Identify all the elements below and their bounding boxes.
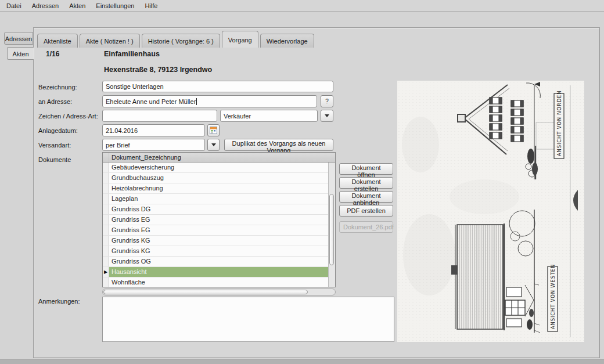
chevron-down-icon: [325, 114, 329, 117]
house-elevation-scan: ANSICHT VON NORDEN: [397, 81, 584, 342]
tab-akte-notizen[interactable]: Akte ( Notizen ! ): [80, 34, 140, 48]
document-name: Heizölabrechnung: [109, 183, 163, 193]
table-row[interactable]: Lageplan: [103, 194, 335, 204]
row-selector: [103, 257, 109, 266]
button-dokument-anbinden[interactable]: Dokument anbinden: [339, 191, 393, 203]
side-tab-group: AdressenAkten: [4, 32, 34, 62]
documents-table-header[interactable]: Dokument_Bezeichnung: [103, 153, 335, 163]
tab-wiedervorlage[interactable]: Wiedervorlage: [260, 34, 314, 48]
row-selector: [103, 163, 109, 172]
menu-item-hilfe[interactable]: Hilfe: [139, 1, 163, 10]
menu-item-adressen[interactable]: Adressen: [27, 1, 64, 10]
document-name: Grundriss DG: [109, 204, 150, 214]
document-name: Grundbuchauszug: [109, 173, 164, 183]
horizontal-scrollbar-thumb[interactable]: [103, 290, 308, 294]
table-horizontal-scrollbar[interactable]: [102, 289, 336, 295]
menu-item-datei[interactable]: Datei: [1, 1, 27, 10]
row-selector: [103, 194, 109, 204]
label-ansicht-von-norden: ANSICHT VON NORDEN: [556, 91, 562, 156]
anlagedatum-label: Anlagedatum:: [38, 127, 78, 134]
application-window: { "menu": { "items": ["Datei", "Adressen…: [0, 0, 604, 364]
document-name: Hausansicht: [109, 267, 147, 277]
north-elevation-label: ANSICHT VON NORDEN: [554, 91, 564, 158]
table-row[interactable]: Gebäudeversicherung: [103, 163, 335, 173]
record-counter: 1/16: [46, 50, 59, 58]
dokumente-label: Dokumente: [38, 156, 71, 163]
document-name: Grundriss EG: [109, 215, 150, 225]
notebook-tab-bar: AktenlisteAkte ( Notizen ! )Historie ( V…: [37, 30, 314, 48]
west-elevation-label: ANSICHT VON WESTEN: [548, 264, 558, 331]
row-selector: [103, 215, 109, 225]
table-row[interactable]: Grundriss DG: [103, 204, 335, 215]
tab-historie-vorgange-6[interactable]: Historie ( Vorgänge: 6 ): [142, 34, 220, 48]
document-name: Grundriss EG: [109, 225, 150, 235]
adresse-help-button[interactable]: ?: [321, 95, 333, 107]
anlagedatum-input[interactable]: [102, 124, 205, 136]
table-row[interactable]: Grundriss KG: [103, 246, 335, 257]
north-elevation-drawing: [458, 82, 555, 179]
vertical-scrollbar-thumb[interactable]: [329, 194, 334, 265]
adresse-label: an Adresse:: [38, 98, 72, 105]
documents-table-body: GebäudeversicherungGrundbuchauszugHeizöl…: [103, 163, 335, 287]
duplikat-vorgang-button[interactable]: Duplikat des Vorgangs als neuen Vorgang: [224, 139, 333, 151]
adressart-combobox[interactable]: Verkäufer: [220, 110, 318, 122]
row-selector: [103, 225, 109, 235]
button-dokument-erstellen[interactable]: Dokument erstellen: [339, 177, 393, 189]
table-vertical-scrollbar[interactable]: [328, 163, 335, 287]
adressart-dropdown-button[interactable]: [321, 110, 333, 122]
documents-table: Dokument_Bezeichnung Gebäudeversicherung…: [102, 152, 336, 287]
table-row[interactable]: Grundbuchauszug: [103, 173, 335, 183]
record-title: Einfamilienhaus: [104, 50, 160, 58]
calendar-icon: [210, 127, 217, 134]
table-row[interactable]: Wohnfläche: [103, 277, 335, 287]
record-subtitle: Hexenstraße 8, 79123 Irgendwo: [104, 66, 212, 74]
side-tab-akten[interactable]: Akten: [7, 47, 34, 60]
zeichen-input[interactable]: [102, 110, 217, 122]
anmerkungen-label: Anmerkungen:: [38, 298, 80, 305]
button-dokument-offnen[interactable]: Dokument öffnen: [339, 163, 393, 175]
text-caret: [196, 98, 197, 105]
chevron-down-icon: [211, 143, 216, 146]
row-selector-current-icon: ▶: [103, 267, 109, 277]
row-selector: [103, 183, 109, 193]
adresse-input[interactable]: Eheleute Anne und Peter Müller: [102, 95, 317, 107]
table-row[interactable]: Grundriss KG: [103, 236, 335, 246]
adresse-value: Eheleute Anne und Peter Müller: [106, 98, 196, 105]
bezeichnung-input[interactable]: [102, 81, 333, 92]
table-row[interactable]: Grundriss EG: [103, 215, 335, 225]
row-selector: [103, 204, 109, 214]
anmerkungen-textarea[interactable]: [102, 297, 394, 342]
document-name: Lageplan: [109, 194, 138, 204]
row-selector: [103, 277, 109, 287]
label-ansicht-von-westen: ANSICHT VON WESTEN: [550, 264, 556, 329]
menu-item-einstellungen[interactable]: Einstellungen: [91, 1, 139, 10]
row-selector-header: [103, 153, 109, 162]
document-name: Grundriss OG: [109, 257, 151, 266]
documents-table-header-label: Dokument_Bezeichnung: [109, 153, 181, 162]
tab-aktenliste[interactable]: Aktenliste: [37, 34, 78, 48]
document-name: Grundriss KG: [109, 236, 150, 246]
table-row[interactable]: Grundriss EG: [103, 225, 335, 236]
row-selector: [103, 173, 109, 183]
adressart-value: Verkäufer: [224, 113, 251, 120]
table-row[interactable]: ▶Hausansicht: [103, 267, 335, 277]
table-row[interactable]: Grundriss OG: [103, 257, 335, 267]
bezeichnung-label: Bezeichnung:: [38, 84, 77, 91]
side-tab-adressen[interactable]: Adressen: [4, 32, 33, 45]
zeichen-label: Zeichen / Adress-Art:: [38, 113, 98, 120]
versandart-value: per Brief: [106, 142, 130, 149]
main-panel: AktenlisteAkte ( Notizen ! )Historie ( V…: [33, 27, 600, 358]
menu-bar: DateiAdressenAktenEinstellungenHilfe: [0, 0, 604, 12]
table-row[interactable]: Heizölabrechnung: [103, 183, 335, 194]
versandart-combobox[interactable]: per Brief: [102, 139, 205, 151]
document-name: Gebäudeversicherung: [109, 163, 174, 172]
calendar-picker-button[interactable]: [207, 124, 220, 136]
button-pdf-erstellen[interactable]: PDF erstellen: [339, 205, 393, 217]
button-dokument-26-pdf: Dokument_26.pdf: [339, 221, 393, 233]
row-selector: [103, 236, 109, 246]
tab-vorgang[interactable]: Vorgang: [222, 31, 258, 48]
document-name: Wohnfläche: [109, 277, 145, 287]
versandart-label: Versandart:: [38, 142, 71, 149]
versandart-dropdown-button[interactable]: [207, 139, 220, 151]
menu-item-akten[interactable]: Akten: [64, 1, 91, 10]
